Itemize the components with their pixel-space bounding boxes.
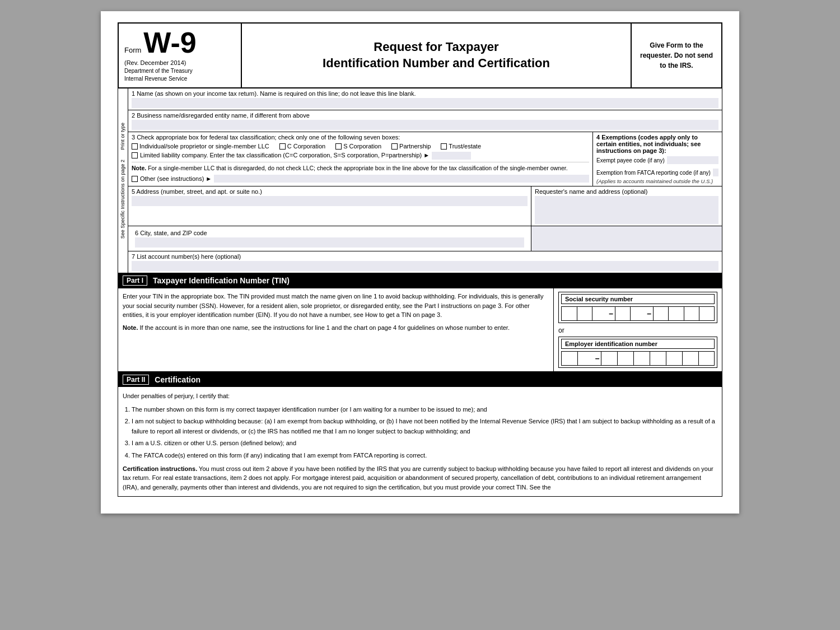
field-6-input[interactable]: [135, 237, 524, 248]
ssn-boxes: – –: [561, 306, 715, 321]
checkbox-other-box[interactable]: [132, 176, 138, 182]
ssn-box-2[interactable]: [577, 306, 592, 321]
part2-header: Part II Certification: [118, 372, 722, 387]
llc-input[interactable]: [432, 152, 471, 160]
field-7-container: 7 List account number(s) here (optional): [128, 251, 722, 273]
field-2-input[interactable]: [132, 120, 718, 130]
checkbox-c-corp-label: C Corporation: [287, 143, 325, 150]
cert-intro: Under penalties of perjury, I certify th…: [123, 391, 717, 402]
checkbox-partnership[interactable]: Partnership: [391, 143, 431, 150]
field-1-row: 1 Name (as shown on your income tax retu…: [128, 88, 722, 110]
field-5-left: 5 Address (number, street, and apt. or s…: [128, 186, 531, 226]
ssn-sep-2: –: [646, 306, 653, 321]
cert-body: Under penalties of perjury, I certify th…: [118, 387, 722, 496]
requester-area-continued: [531, 226, 722, 251]
checkbox-s-corp-box[interactable]: [335, 143, 342, 150]
form-body: See Specific Instructions on page 2 Prin…: [118, 88, 722, 273]
exempt-payee-input[interactable]: [667, 156, 718, 164]
ssn-box-1[interactable]: [561, 306, 577, 321]
requester-input[interactable]: [535, 196, 718, 224]
ein-box-6[interactable]: [650, 351, 666, 366]
ssn-box-6[interactable]: [653, 306, 669, 321]
sidebar: See Specific Instructions on page 2 Prin…: [118, 88, 128, 273]
checkbox-individual-box[interactable]: [132, 143, 138, 150]
fatca-field: Exemption from FATCA reporting code (if …: [596, 169, 718, 176]
exempt-payee-label: Exempt payee code (if any): [596, 157, 665, 164]
field-5-input[interactable]: [132, 196, 528, 206]
header-center: Request for Taxpayer Identification Numb…: [242, 24, 632, 87]
ssn-box-9[interactable]: [699, 306, 715, 321]
field-3-container: 3 Check appropriate box for federal tax …: [128, 132, 722, 186]
field-6-label: 6 City, state, and ZIP code: [135, 230, 524, 236]
cert-item-1: The number shown on this form is my corr…: [132, 405, 717, 415]
other-input[interactable]: [214, 175, 589, 183]
checkbox-individual[interactable]: Individual/sole proprietor or single-mem…: [132, 143, 269, 150]
ssn-box-8[interactable]: [684, 306, 699, 321]
ssn-box-4[interactable]: [615, 306, 631, 321]
or-label: or: [558, 326, 717, 334]
part1-body: Enter your TIN in the appropriate box. T…: [118, 288, 722, 372]
form-rev: (Rev. December 2014): [124, 59, 235, 66]
form-header: Form W-9 (Rev. December 2014) Department…: [118, 22, 722, 88]
exempt-payee-field: Exempt payee code (if any): [596, 156, 718, 164]
requester-label: Requester's name and address (optional): [535, 188, 718, 195]
ssn-box-7[interactable]: [668, 306, 684, 321]
part2-title: Certification: [155, 375, 200, 384]
field-1-input[interactable]: [132, 98, 718, 108]
checkbox-trust[interactable]: Trust/estate: [441, 143, 481, 150]
part1-note-text: If the account is in more than one name,…: [140, 324, 510, 331]
field-5-label: 5 Address (number, street, and apt. or s…: [132, 188, 528, 195]
cert-instructions-bold: Certification instructions.: [123, 465, 197, 472]
cert-instructions-text: You must cross out item 2 above if you h…: [123, 465, 713, 491]
checkbox-llc-box[interactable]: [132, 152, 138, 158]
header-right: Give Form to the requester. Do not send …: [632, 24, 721, 87]
ein-box-7[interactable]: [666, 351, 682, 366]
ein-box-1[interactable]: [561, 351, 577, 366]
note-text: For a single-member LLC that is disregar…: [148, 165, 567, 171]
ein-box-9[interactable]: [698, 351, 715, 366]
checkbox-s-corp[interactable]: S Corporation: [335, 143, 381, 150]
ein-group: Employer identification number –: [558, 337, 717, 368]
checkbox-individual-label: Individual/sole proprietor or single-mem…: [139, 143, 269, 150]
note-bold: Note.: [132, 165, 146, 171]
field-2-row: 2 Business name/disregarded entity name,…: [128, 110, 722, 132]
cert-item-4: The FATCA code(s) entered on this form (…: [132, 451, 717, 461]
ssn-group: Social security number – –: [558, 292, 717, 323]
cert-item-3: I am a U.S. citizen or other U.S. person…: [132, 438, 717, 449]
ein-sep: –: [594, 351, 601, 366]
ein-box-2[interactable]: [577, 351, 594, 366]
field-6-inner: 6 City, state, and ZIP code: [132, 228, 528, 249]
form-title: Request for Taxpayer Identification Numb…: [323, 39, 550, 71]
checkbox-partnership-box[interactable]: [391, 143, 398, 150]
part1-right: Social security number – –: [554, 288, 722, 371]
ssn-sep-1: –: [608, 306, 615, 321]
ein-box-5[interactable]: [633, 351, 650, 366]
checkbox-c-corp[interactable]: C Corporation: [279, 143, 325, 150]
checkbox-c-corp-box[interactable]: [279, 143, 286, 150]
ein-box-4[interactable]: [617, 351, 633, 366]
other-label: Other (see instructions) ►: [140, 175, 212, 182]
checkbox-trust-box[interactable]: [441, 143, 447, 150]
fatca-input[interactable]: [713, 169, 718, 176]
ein-box-3[interactable]: [601, 351, 617, 366]
llc-label: Limited liability company. Enter the tax…: [140, 152, 430, 158]
part2-badge: Part II: [123, 375, 149, 385]
field-2-label: 2 Business name/disregarded entity name,…: [132, 112, 718, 119]
form-dept: Department of the Treasury Internal Reve…: [124, 67, 235, 83]
field-7-label: 7 List account number(s) here (optional): [132, 253, 718, 260]
cert-note: Certification instructions. You must cro…: [123, 464, 717, 492]
sidebar-text: See Specific Instructions on page 2 Prin…: [120, 123, 126, 239]
header-instructions: Give Form to the requester. Do not send …: [637, 40, 716, 71]
ssn-box-3[interactable]: [592, 306, 608, 321]
field-7-input[interactable]: [132, 261, 718, 271]
ein-box-8[interactable]: [682, 351, 698, 366]
cert-item-2: I am not subject to backup withholding b…: [132, 417, 717, 436]
ssn-label: Social security number: [561, 294, 715, 304]
checkbox-s-corp-label: S Corporation: [343, 143, 381, 150]
requester-continue: [531, 226, 722, 251]
form-label: Form: [124, 46, 141, 54]
ssn-box-5[interactable]: [630, 306, 646, 321]
note-box: Note. For a single-member LLC that is di…: [132, 162, 589, 172]
form-section-wrapper: See Specific Instructions on page 2 Prin…: [118, 88, 722, 273]
field-4-right: 4 Exemptions (codes apply only to certai…: [593, 132, 722, 186]
